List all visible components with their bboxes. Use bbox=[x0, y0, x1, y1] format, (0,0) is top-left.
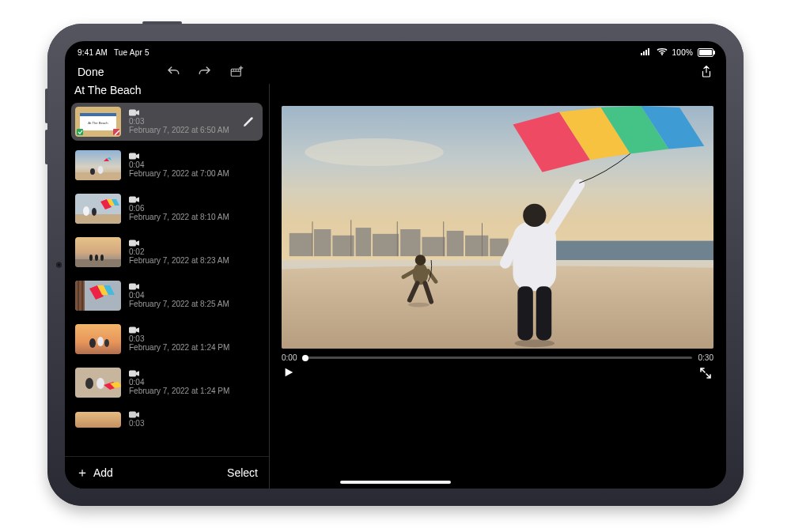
clip-timestamp: February 7, 2022 at 8:10 AM bbox=[129, 213, 259, 221]
main-area: At The Beach At The Beach 0:03 February … bbox=[65, 84, 726, 489]
svg-rect-3 bbox=[648, 48, 649, 55]
clip-thumbnail bbox=[75, 194, 121, 224]
select-button[interactable]: Select bbox=[227, 466, 258, 479]
clip-item[interactable]: 0:06 February 7, 2022 at 8:10 AM bbox=[71, 190, 263, 228]
video-preview[interactable] bbox=[282, 106, 713, 349]
video-icon bbox=[129, 196, 139, 203]
ipad-device-frame: 9:41 AM Tue Apr 5 100% Done bbox=[47, 24, 744, 506]
undo-icon[interactable] bbox=[166, 65, 180, 79]
add-label: Add bbox=[93, 466, 113, 479]
sidebar: At The Beach At The Beach 0:03 February … bbox=[65, 84, 269, 489]
plus-icon: ＋ bbox=[76, 466, 89, 479]
svg-rect-57 bbox=[290, 233, 312, 256]
svg-point-48 bbox=[97, 378, 104, 389]
clip-thumbnail bbox=[75, 281, 121, 311]
video-icon bbox=[129, 153, 139, 160]
storyboard-add-icon[interactable] bbox=[229, 65, 244, 79]
video-icon bbox=[129, 109, 139, 116]
clip-item[interactable]: At The Beach 0:03 February 7, 2022 at 6:… bbox=[71, 103, 263, 141]
clip-timestamp: February 7, 2022 at 8:25 AM bbox=[129, 300, 259, 308]
clip-list[interactable]: At The Beach 0:03 February 7, 2022 at 6:… bbox=[65, 103, 269, 470]
front-camera bbox=[56, 262, 62, 268]
top-toolbar: Done bbox=[65, 60, 726, 84]
clip-duration: 0:06 bbox=[129, 204, 259, 213]
svg-rect-24 bbox=[129, 153, 136, 159]
svg-point-28 bbox=[92, 208, 97, 216]
fullscreen-icon[interactable] bbox=[699, 367, 712, 379]
svg-rect-64 bbox=[447, 231, 464, 256]
svg-point-53 bbox=[305, 138, 444, 166]
clip-item[interactable]: 0:04 February 7, 2022 at 8:25 AM bbox=[71, 277, 263, 315]
clip-item[interactable]: 0:03 February 7, 2022 at 1:24 PM bbox=[71, 320, 263, 358]
home-indicator[interactable] bbox=[340, 481, 451, 484]
video-icon bbox=[129, 370, 139, 377]
clip-timestamp: February 7, 2022 at 1:24 PM bbox=[129, 387, 259, 395]
battery-icon bbox=[698, 47, 713, 57]
svg-rect-40 bbox=[129, 283, 136, 289]
clip-thumbnail: At The Beach bbox=[75, 107, 121, 137]
svg-rect-65 bbox=[465, 236, 488, 256]
clip-item[interactable]: 0:02 February 7, 2022 at 8:23 AM bbox=[71, 233, 263, 271]
svg-rect-63 bbox=[422, 237, 445, 256]
svg-rect-58 bbox=[314, 229, 331, 256]
clip-duration: 0:02 bbox=[129, 247, 259, 256]
svg-point-32 bbox=[89, 255, 93, 261]
svg-point-27 bbox=[83, 206, 89, 216]
svg-rect-37 bbox=[75, 281, 85, 311]
svg-point-34 bbox=[100, 255, 104, 261]
edit-pencil-icon[interactable] bbox=[242, 115, 255, 128]
project-title: At The Beach bbox=[65, 84, 269, 103]
share-icon[interactable] bbox=[699, 65, 713, 79]
svg-rect-31 bbox=[75, 259, 121, 267]
svg-point-22 bbox=[90, 168, 95, 175]
svg-rect-1 bbox=[643, 51, 645, 55]
wifi-icon bbox=[657, 47, 668, 57]
done-button[interactable]: Done bbox=[78, 66, 104, 78]
battery-percentage: 100% bbox=[672, 48, 693, 57]
scrubber[interactable]: 0:00 0:30 bbox=[282, 353, 713, 362]
svg-point-4 bbox=[661, 54, 663, 55]
svg-point-76 bbox=[523, 204, 546, 227]
add-button[interactable]: ＋ Add bbox=[76, 466, 113, 479]
playhead[interactable] bbox=[302, 355, 308, 361]
clip-item[interactable]: 0:03 bbox=[71, 407, 263, 432]
status-date: Tue Apr 5 bbox=[114, 48, 149, 57]
svg-point-33 bbox=[95, 255, 98, 261]
video-icon bbox=[129, 411, 139, 418]
redo-icon[interactable] bbox=[198, 65, 212, 79]
svg-rect-45 bbox=[129, 326, 136, 333]
current-time: 0:00 bbox=[282, 353, 297, 362]
screen: 9:41 AM Tue Apr 5 100% Done bbox=[65, 41, 726, 489]
clip-thumbnail bbox=[75, 368, 121, 398]
svg-rect-72 bbox=[282, 260, 713, 349]
clip-timestamp: February 7, 2022 at 8:23 AM bbox=[129, 256, 259, 265]
volume-buttons bbox=[45, 89, 48, 123]
video-icon bbox=[129, 326, 139, 334]
svg-rect-14 bbox=[80, 113, 116, 116]
status-bar: 9:41 AM Tue Apr 5 100% bbox=[65, 41, 726, 60]
svg-point-44 bbox=[104, 339, 109, 347]
sidebar-footer: ＋ Add Select bbox=[65, 456, 269, 489]
video-icon bbox=[129, 283, 139, 290]
svg-rect-2 bbox=[645, 50, 647, 55]
clip-item[interactable]: 0:04 February 7, 2022 at 7:00 AM bbox=[71, 146, 263, 184]
svg-point-23 bbox=[98, 166, 104, 174]
svg-rect-49 bbox=[129, 370, 136, 376]
play-icon[interactable] bbox=[283, 367, 296, 379]
clip-timestamp: February 7, 2022 at 6:50 AM bbox=[129, 126, 259, 134]
preview-panel: 0:00 0:30 bbox=[269, 84, 726, 489]
svg-point-79 bbox=[514, 339, 554, 347]
clip-timestamp: February 7, 2022 at 1:24 PM bbox=[129, 343, 259, 352]
svg-point-74 bbox=[415, 255, 426, 266]
clip-item[interactable]: 0:04 February 7, 2022 at 1:24 PM bbox=[71, 364, 263, 402]
clip-thumbnail bbox=[75, 237, 121, 267]
svg-rect-60 bbox=[356, 228, 372, 256]
clip-duration: 0:03 bbox=[129, 419, 259, 428]
svg-point-43 bbox=[97, 337, 104, 346]
signal-icon bbox=[641, 47, 652, 57]
svg-rect-38 bbox=[78, 281, 79, 311]
scrubber-track[interactable] bbox=[303, 357, 691, 359]
svg-rect-19 bbox=[129, 109, 136, 115]
clip-timestamp: February 7, 2022 at 7:00 AM bbox=[129, 169, 259, 178]
transport-bar bbox=[282, 367, 713, 379]
